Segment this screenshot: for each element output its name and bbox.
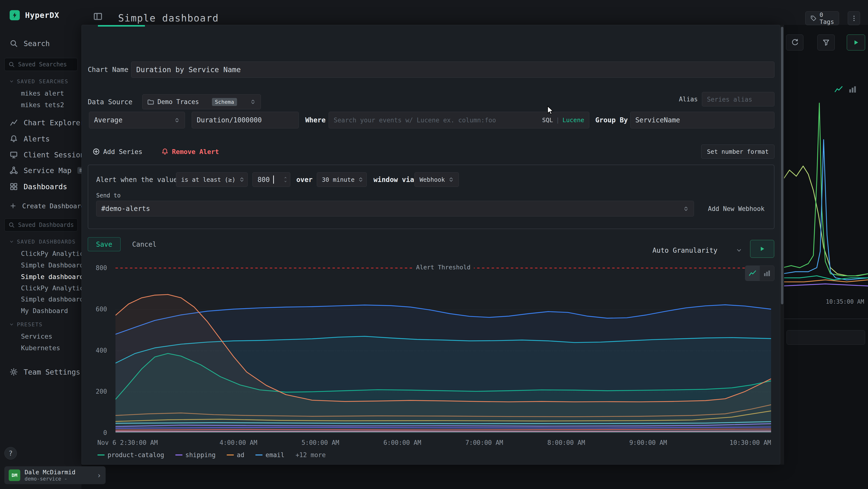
create-dashboard-button[interactable]: Create Dashboard [10,201,85,211]
saved-dashboard-item[interactable]: ClickPy Analytics [21,284,88,292]
field-input-wrap [192,112,299,128]
send-to-label: Send to [96,191,121,200]
alert-channel-select[interactable]: Webhook [414,172,459,187]
window-via-label: window via [373,172,414,187]
line-chart-toggle[interactable] [745,266,760,281]
filter-button[interactable] [817,34,835,51]
plus-circle-icon [93,148,100,155]
y-tick: 400 [96,347,107,354]
bell-icon [161,148,168,155]
saved-dashboard-item[interactable]: Simple dashboard [21,295,84,303]
send-to-select[interactable]: #demo-alerts [96,201,694,217]
sidebar-item-client-sessions[interactable]: Client Sessions [10,150,89,160]
alert-threshold-input[interactable]: 800 [252,172,290,187]
saved-dashboard-item[interactable]: ClickPy Analytics [21,250,88,257]
sidebar-item-chart-explorer[interactable]: Chart Explorer [10,118,85,127]
saved-dashboards-heading[interactable]: SAVED DASHBOARDS [9,238,76,245]
run-query-button[interactable] [847,34,865,51]
bell-icon [10,135,18,143]
cancel-button[interactable]: Cancel [132,237,156,251]
saved-dashboard-item-active[interactable]: Simple dashboard [21,273,84,281]
data-source-label: Data Source [88,94,132,109]
user-menu[interactable]: DM Dale McDiarmid demo-service - › [4,466,105,484]
presets-heading[interactable]: PRESETS [9,321,43,328]
remove-alert-button[interactable]: Remove Alert [161,145,219,159]
add-series-button[interactable]: Add Series [93,145,143,159]
legend-item[interactable]: email [255,451,284,459]
legend-item[interactable]: ad [227,451,244,459]
chart-type-toggle [745,265,774,281]
chart-series-svg [116,268,771,433]
set-number-format-button[interactable]: Set number format [701,145,774,159]
sidebar-item-team-settings[interactable]: Team Settings [10,367,80,377]
preset-item[interactable]: Services [21,333,52,340]
schema-badge: Schema [212,98,237,106]
x-tick: 4:00:00 AM [220,439,257,446]
help-button[interactable]: ? [4,447,17,460]
grid-icon [10,182,18,191]
more-menu-button[interactable] [848,11,860,25]
alias-input[interactable] [707,95,769,103]
sidebar-item-dashboards[interactable]: Dashboards [10,182,67,192]
number-stepper[interactable] [283,176,288,183]
scrollbar-thumb[interactable] [781,27,783,304]
brand-name: HyperDX [25,10,59,20]
tags-button[interactable]: 0 Tags [805,11,839,25]
legend-dash [255,455,262,456]
chart-name-input[interactable] [136,65,769,74]
preset-item[interactable]: Kubernetes [21,344,60,352]
legend-more[interactable]: +12 more [296,451,326,459]
chevron-right-icon: › [97,471,101,480]
chevron-down-icon [283,180,288,183]
chevrons-up-down-icon [250,98,256,106]
sidebar-collapse-button[interactable] [93,11,103,21]
saved-searches-heading[interactable]: SAVED SEARCHES [9,78,68,85]
aggregation-select[interactable]: Average [89,112,185,128]
add-webhook-button[interactable]: Add New Webhook [708,201,765,217]
y-tick: 200 [96,388,107,395]
gear-icon [10,368,18,376]
background-tile-chart [783,89,868,292]
legend-item[interactable]: product-catalog [97,451,164,459]
modal-scrollbar[interactable] [780,25,784,465]
saved-dashboard-item[interactable]: Simple Dashboard [21,261,84,269]
where-input[interactable] [334,116,539,124]
saved-search-item[interactable]: mikes alert [21,89,64,97]
preview-chart: 800 600 400 200 0 Alert Threshold [88,268,774,459]
group-by-label: Group By [595,112,628,128]
alert-window-select[interactable]: 30 minute [317,172,367,187]
top-header: Simple dashboard 0 Tags [82,0,868,25]
saved-dashboard-item[interactable]: My Dashboard [21,307,68,315]
tile-divider [783,319,868,319]
search-icon [8,222,15,228]
query-language-toggle[interactable]: SQL | Lucene [542,117,584,123]
data-source-select[interactable]: Demo Traces Schema [142,94,261,109]
refresh-icon [791,39,799,46]
line-chart-icon [749,269,756,277]
sidebar-item-service-map[interactable]: Service Map BETA [10,166,93,175]
sidebar-item-alerts[interactable]: Alerts [10,134,50,144]
sidebar-item-search[interactable]: Search [10,39,50,48]
saved-dashboards-input[interactable] [4,219,78,231]
saved-dashboards-field[interactable] [18,222,73,228]
alert-config-box: Alert when the value is at least (≥) 800… [88,165,774,229]
bar-chart-toggle[interactable] [760,266,774,281]
group-by-input[interactable] [635,116,769,124]
tag-icon [810,15,817,22]
x-tick: Nov 6 2:30:00 AM [97,439,158,446]
background-panel [786,330,865,345]
save-button[interactable]: Save [88,237,121,251]
saved-searches-input[interactable] [4,58,78,71]
saved-search-item[interactable]: mikes tets2 [21,101,64,109]
legend-item[interactable]: shipping [175,451,216,459]
brand[interactable]: HyperDX [10,10,59,20]
alert-condition-select[interactable]: is at least (≥) [176,172,248,187]
refresh-button[interactable] [786,34,803,51]
saved-searches-field[interactable] [18,61,73,68]
x-tick: 6:00:00 AM [383,439,421,446]
field-input[interactable] [197,116,294,124]
bar-chart-icon [763,269,771,277]
x-axis: Nov 6 2:30:00 AM 4:00:00 AM 5:00:00 AM 6… [116,439,771,447]
run-chart-button[interactable] [750,240,774,258]
granularity-select[interactable]: Auto Granularity [652,243,742,258]
